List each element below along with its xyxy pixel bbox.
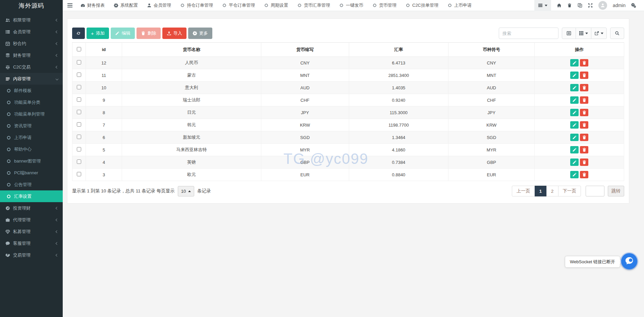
username-label[interactable]: admin bbox=[613, 3, 626, 8]
select-all-checkbox[interactable] bbox=[77, 47, 81, 51]
row-checkbox[interactable] bbox=[77, 122, 81, 127]
edit-row-button[interactable] bbox=[570, 158, 579, 166]
sidebar-item[interactable]: 财务管理 bbox=[0, 49, 63, 61]
sidebar-item[interactable]: 权限管理 bbox=[0, 14, 63, 26]
sidebar-subitem[interactable]: 邮件模板 bbox=[0, 85, 63, 96]
sidebar-subitem[interactable]: 资讯管理 bbox=[0, 120, 63, 132]
search-button[interactable] bbox=[610, 28, 624, 39]
nav-list-dropdown[interactable] bbox=[534, 0, 551, 11]
sidebar-subitem-label: 邮件模板 bbox=[14, 88, 32, 94]
nav-item-8[interactable]: 货币管理 bbox=[372, 2, 396, 8]
refresh-button[interactable] bbox=[72, 28, 85, 39]
delete-row-button[interactable] bbox=[580, 171, 588, 178]
row-checkbox[interactable] bbox=[77, 135, 81, 139]
row-checkbox[interactable] bbox=[77, 97, 81, 102]
sidebar-subitem[interactable]: 帮助中心 bbox=[0, 143, 63, 155]
sidebar-item[interactable]: 投资理财 bbox=[0, 202, 63, 214]
nav-item-4[interactable]: 平仓订单管理 bbox=[222, 2, 255, 8]
add-button[interactable]: +添加 bbox=[87, 28, 109, 39]
edit-row-button[interactable] bbox=[570, 146, 579, 153]
page-size-dropdown[interactable]: 10 bbox=[178, 186, 194, 196]
language-icon[interactable] bbox=[578, 3, 582, 8]
trash-icon[interactable] bbox=[567, 3, 572, 8]
nav-item-3[interactable]: 持仓订单管理 bbox=[180, 2, 213, 8]
fullscreen-icon[interactable] bbox=[588, 3, 593, 8]
edit-row-button[interactable] bbox=[570, 171, 579, 178]
edit-row-button[interactable] bbox=[570, 59, 579, 66]
delete-row-button[interactable] bbox=[580, 72, 588, 79]
chat-fab-button[interactable] bbox=[621, 253, 637, 269]
sidebar-item[interactable]: 会员管理 bbox=[0, 26, 63, 38]
delete-row-button[interactable] bbox=[580, 59, 588, 66]
column-header[interactable]: 货币名称 bbox=[122, 43, 261, 57]
sidebar-subitem[interactable]: 功能菜单列管理 bbox=[0, 108, 63, 120]
column-header[interactable]: id bbox=[86, 43, 122, 57]
more-button[interactable]: 更多 bbox=[188, 28, 212, 39]
sidebar-subitem[interactable]: 功能菜单分类 bbox=[0, 96, 63, 108]
nav-item-5[interactable]: 周期设置 bbox=[264, 2, 288, 8]
search-input[interactable] bbox=[499, 28, 558, 39]
sidebar-subitem[interactable]: 上币申请 bbox=[0, 132, 63, 143]
sidebar-toggle-icon[interactable] bbox=[67, 3, 72, 7]
delete-row-button[interactable] bbox=[580, 158, 588, 166]
nav-item-10[interactable]: 上币申请 bbox=[447, 2, 472, 8]
sidebar-subitem[interactable]: banner图管理 bbox=[0, 155, 63, 167]
delete-row-button[interactable] bbox=[580, 84, 588, 91]
sidebar-item[interactable]: 私募管理 bbox=[0, 226, 63, 237]
row-checkbox[interactable] bbox=[77, 172, 81, 176]
export-button[interactable] bbox=[591, 28, 607, 39]
column-header[interactable]: 操作 bbox=[535, 43, 624, 57]
sidebar-item[interactable]: C2C交易 bbox=[0, 61, 63, 73]
edit-row-button[interactable] bbox=[570, 84, 579, 91]
import-button[interactable]: 导入 bbox=[162, 28, 186, 39]
edit-row-button[interactable] bbox=[570, 72, 579, 79]
columns-button[interactable] bbox=[576, 28, 591, 39]
row-checkbox[interactable] bbox=[77, 85, 81, 89]
delete-row-button[interactable] bbox=[580, 146, 588, 153]
delete-button[interactable]: 删除 bbox=[137, 28, 161, 39]
jump-page-input[interactable] bbox=[586, 186, 604, 196]
edit-button[interactable]: 编辑 bbox=[111, 28, 135, 39]
row-checkbox[interactable] bbox=[77, 147, 81, 151]
cell-currency-name: 英镑 bbox=[122, 156, 261, 169]
delete-row-button[interactable] bbox=[580, 134, 588, 141]
home-icon[interactable] bbox=[557, 3, 561, 8]
sidebar-item[interactable]: 客服管理 bbox=[0, 237, 63, 249]
page-button-1[interactable]: 1 bbox=[535, 186, 547, 196]
nav-item-0[interactable]: 财务报表 bbox=[80, 2, 105, 8]
sidebar-subitem[interactable]: PC端banner bbox=[0, 167, 63, 179]
sidebar-item[interactable]: 代理管理 bbox=[0, 214, 63, 226]
row-checkbox[interactable] bbox=[77, 60, 81, 64]
delete-row-button[interactable] bbox=[580, 96, 588, 104]
edit-row-button[interactable] bbox=[570, 96, 579, 104]
nav-item-6[interactable]: 货币汇率管理 bbox=[297, 2, 330, 8]
row-checkbox[interactable] bbox=[77, 73, 81, 77]
next-page-button[interactable]: 下一页 bbox=[558, 186, 581, 196]
delete-row-button[interactable] bbox=[580, 121, 588, 129]
edit-row-button[interactable] bbox=[570, 109, 579, 116]
jump-button[interactable]: 跳转 bbox=[608, 186, 624, 196]
sidebar-subitem[interactable]: 汇率设置 bbox=[0, 190, 63, 202]
edit-row-button[interactable] bbox=[570, 121, 579, 129]
sidebar-item[interactable]: 交易管理 bbox=[0, 249, 63, 261]
column-header[interactable]: 币种符号 bbox=[448, 43, 535, 57]
column-header[interactable]: 货币缩写 bbox=[261, 43, 349, 57]
edit-row-button[interactable] bbox=[570, 134, 579, 141]
gears-icon[interactable] bbox=[631, 3, 636, 8]
sidebar-item[interactable]: 内容管理 bbox=[0, 73, 63, 85]
nav-item-2[interactable]: 会员管理 bbox=[147, 2, 171, 8]
row-checkbox[interactable] bbox=[77, 160, 81, 164]
column-header[interactable]: 汇率 bbox=[349, 43, 448, 57]
nav-item-1[interactable]: 系统配置 bbox=[114, 2, 138, 8]
sidebar-subitem[interactable]: 公告管理 bbox=[0, 179, 63, 190]
page-button-2[interactable]: 2 bbox=[546, 186, 558, 196]
avatar[interactable] bbox=[598, 1, 607, 10]
gear-icon bbox=[193, 31, 197, 36]
delete-row-button[interactable] bbox=[580, 109, 588, 116]
nav-item-7[interactable]: 一键发币 bbox=[339, 2, 363, 8]
detail-view-button[interactable] bbox=[562, 28, 576, 39]
row-checkbox[interactable] bbox=[77, 110, 81, 114]
nav-item-9[interactable]: C2C挂单管理 bbox=[406, 2, 438, 8]
prev-page-button[interactable]: 上一页 bbox=[512, 186, 535, 196]
sidebar-item[interactable]: 秒合约 bbox=[0, 38, 63, 49]
